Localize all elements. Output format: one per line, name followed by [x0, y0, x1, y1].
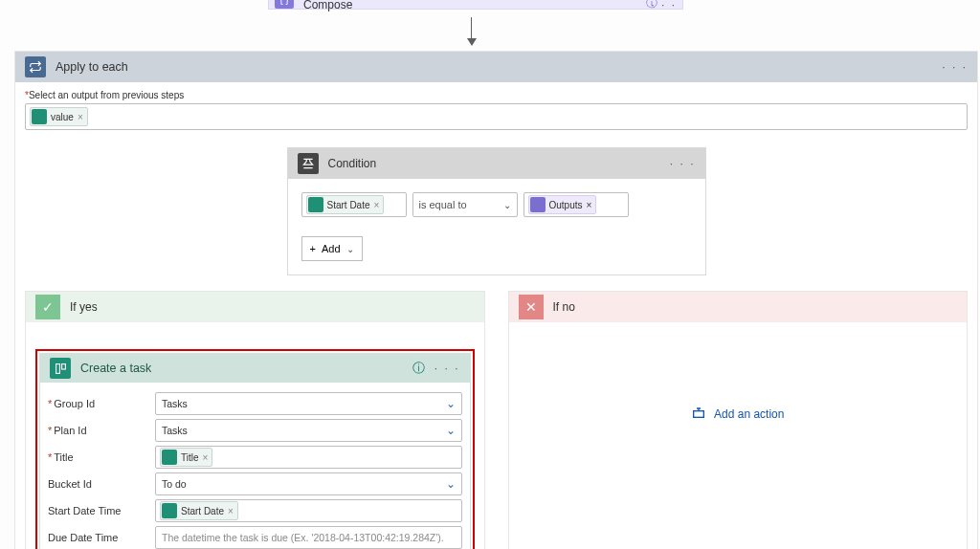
field-start-date-time: Start Date Time Start Date ×	[48, 499, 462, 522]
chevron-down-icon: ⌄	[446, 397, 456, 410]
svg-rect-0	[56, 363, 59, 373]
condition-operator-select[interactable]: is equal to ⌄	[412, 192, 518, 217]
remove-token-button[interactable]: ×	[228, 506, 234, 516]
compose-icon: { }	[275, 0, 294, 9]
apply-to-each-body: *Select an output from previous steps va…	[15, 82, 977, 549]
condition-branches: ✓ If yes Create a task ⓘ · · ·	[25, 291, 968, 549]
remove-token-button[interactable]: ×	[587, 200, 592, 210]
field-plan-id: *Plan Id Tasks ⌄	[48, 419, 462, 442]
compose-title: Compose	[303, 0, 352, 11]
add-action-label: Add an action	[714, 407, 784, 421]
apply-to-each-card: Apply to each · · · *Select an output fr…	[14, 51, 978, 549]
x-icon: ✕	[519, 295, 544, 319]
remove-token-button[interactable]: ×	[203, 452, 209, 463]
create-task-title: Create a task	[80, 362, 151, 375]
dynamic-value-icon	[308, 197, 323, 212]
flow-arrow-icon	[471, 17, 472, 44]
add-condition-row-button[interactable]: + Add ⌄	[301, 236, 363, 261]
add-action-button[interactable]: Add an action	[519, 349, 958, 479]
chevron-down-icon: ⌄	[503, 200, 511, 210]
condition-body: Start Date × is equal to ⌄ Outputs ×	[288, 179, 705, 231]
operator-value: is equal to	[419, 199, 467, 210]
selection-highlight: Create a task ⓘ · · · *Group Id Tasks ⌄	[35, 349, 475, 549]
token-label: Start Date	[327, 200, 370, 210]
check-icon: ✓	[35, 295, 60, 319]
plan-id-select[interactable]: Tasks ⌄	[155, 419, 462, 442]
field-group-id: *Group Id Tasks ⌄	[48, 392, 462, 415]
remove-token-button[interactable]: ×	[374, 200, 380, 210]
compose-menu-button[interactable]: · · ·	[651, 0, 677, 11]
due-date-placeholder: The datetime the task is due (Ex. '2018-…	[162, 532, 444, 543]
if-yes-header[interactable]: ✓ If yes	[26, 292, 484, 322]
if-no-body: Add an action	[509, 322, 968, 489]
dynamic-value-icon	[162, 503, 177, 518]
loop-icon	[25, 56, 46, 77]
chevron-down-icon: ⌄	[446, 477, 456, 491]
apply-to-each-header[interactable]: Apply to each · · ·	[15, 52, 977, 82]
value-token[interactable]: value ×	[30, 107, 88, 126]
add-label: Add	[322, 243, 341, 254]
select-output-input[interactable]: value ×	[25, 103, 968, 130]
chevron-down-icon: ⌄	[446, 424, 456, 437]
outputs-token[interactable]: Outputs ×	[528, 195, 597, 214]
title-input[interactable]: Title ×	[155, 446, 462, 469]
field-due-date-time: Due Date Time The datetime the task is d…	[48, 526, 462, 549]
if-no-label: If no	[553, 300, 575, 314]
condition-right-input[interactable]: Outputs ×	[523, 192, 629, 217]
remove-token-button[interactable]: ×	[78, 112, 83, 122]
due-date-input[interactable]: The datetime the task is due (Ex. '2018-…	[155, 526, 462, 549]
select-output-label: *Select an output from previous steps	[25, 90, 968, 100]
help-icon[interactable]: ⓘ	[412, 360, 425, 377]
title-token[interactable]: Title ×	[160, 448, 212, 467]
if-yes-body: Create a task ⓘ · · · *Group Id Tasks ⌄	[26, 322, 484, 549]
condition-header[interactable]: Condition · · ·	[288, 148, 705, 179]
apply-to-each-menu-button[interactable]: · · ·	[942, 60, 968, 74]
create-task-header[interactable]: Create a task ⓘ · · ·	[40, 354, 470, 383]
token-label: Start Date	[181, 506, 224, 516]
if-no-branch: ✕ If no Add an action	[508, 291, 969, 549]
field-title: *Title Title ×	[48, 446, 462, 469]
create-task-menu-button[interactable]: · · ·	[434, 362, 460, 375]
chevron-down-icon: ⌄	[346, 244, 354, 254]
svg-rect-1	[61, 363, 65, 368]
condition-left-input[interactable]: Start Date ×	[301, 192, 407, 217]
svg-rect-2	[694, 411, 704, 418]
dynamic-value-icon	[530, 197, 546, 212]
plus-icon: +	[310, 243, 316, 254]
group-id-value: Tasks	[162, 398, 188, 409]
create-task-card: Create a task ⓘ · · · *Group Id Tasks ⌄	[39, 353, 471, 549]
condition-title: Condition	[328, 157, 377, 170]
condition-card: Condition · · · Start Date × is equal to…	[287, 147, 706, 275]
field-bucket-id: Bucket Id To do ⌄	[48, 472, 462, 495]
dynamic-value-icon	[32, 109, 47, 124]
start-date-token[interactable]: Start Date ×	[306, 195, 385, 214]
planner-icon	[50, 358, 71, 379]
bucket-id-select[interactable]: To do ⌄	[155, 472, 462, 495]
dynamic-value-icon	[162, 450, 177, 465]
start-date-input[interactable]: Start Date ×	[155, 499, 462, 522]
apply-to-each-title: Apply to each	[56, 60, 128, 74]
token-label: Outputs	[549, 200, 583, 210]
group-id-select[interactable]: Tasks ⌄	[155, 392, 462, 415]
start-date-token[interactable]: Start Date ×	[160, 501, 238, 520]
compose-card: { } Compose ⓘ · · ·	[268, 0, 683, 10]
token-label: Title	[181, 452, 199, 463]
if-no-header[interactable]: ✕ If no	[509, 292, 968, 322]
create-task-form: *Group Id Tasks ⌄ *Plan Id Tas	[40, 383, 470, 549]
bucket-id-value: To do	[162, 478, 187, 490]
condition-menu-button[interactable]: · · ·	[670, 157, 696, 170]
plan-id-value: Tasks	[162, 425, 188, 436]
if-yes-label: If yes	[70, 300, 98, 314]
if-yes-branch: ✓ If yes Create a task ⓘ · · ·	[25, 291, 485, 549]
condition-icon	[298, 153, 319, 174]
token-label: value	[51, 112, 74, 122]
